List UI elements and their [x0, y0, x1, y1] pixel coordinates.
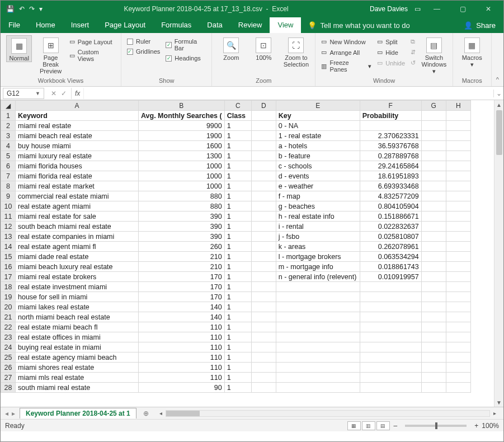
row-header-6[interactable]: 6 [1, 161, 16, 171]
switch-windows-button[interactable]: ▤Switch Windows ▾ [421, 35, 447, 74]
tab-file[interactable]: File [1, 17, 28, 33]
cell-B22[interactable]: 110 [139, 322, 225, 332]
cell-B13[interactable]: 390 [139, 232, 225, 242]
cell-H19[interactable] [446, 292, 470, 302]
cell-B11[interactable]: 390 [139, 211, 225, 222]
cell-H15[interactable] [446, 252, 470, 262]
cell-G17[interactable] [421, 272, 446, 282]
cell-H1[interactable] [446, 111, 470, 121]
cell-G14[interactable] [421, 242, 446, 252]
cell-F5[interactable]: 0.287889768 [360, 151, 421, 161]
cell-F2[interactable] [360, 121, 421, 131]
column-header-C[interactable]: C [224, 101, 251, 111]
cell-H23[interactable] [446, 332, 470, 342]
zoom-in-button[interactable]: + [471, 422, 482, 430]
cell-A25[interactable]: real estate agency miami beach [16, 352, 139, 363]
hscroll-thumb[interactable] [166, 411, 200, 416]
cell-E18[interactable] [276, 282, 360, 292]
cell-A2[interactable]: miami real estate [16, 121, 139, 131]
cell-F13[interactable]: 0.025810807 [360, 232, 421, 242]
cell-G25[interactable] [421, 352, 446, 363]
cell-E2[interactable]: 0 - NA [276, 121, 360, 131]
cell-G28[interactable] [421, 383, 446, 393]
tab-review[interactable]: Review [230, 17, 270, 33]
cell-E23[interactable] [276, 332, 360, 342]
row-header-20[interactable]: 20 [1, 302, 16, 312]
cell-G3[interactable] [421, 131, 446, 141]
cell-G21[interactable] [421, 312, 446, 322]
cell-H21[interactable] [446, 312, 470, 322]
cell-E17[interactable]: n - general info (relevent) [276, 272, 360, 282]
cell-D21[interactable] [251, 312, 276, 322]
column-header-B[interactable]: B [139, 101, 225, 111]
formula-bar-checkbox[interactable]: Formula Bar [166, 37, 206, 52]
cell-A26[interactable]: miami shores real estate [16, 363, 139, 373]
cell-D26[interactable] [251, 363, 276, 373]
worksheet-grid[interactable]: ◢ABCDEFGH1KeywordAvg. Monthly Searches (… [1, 100, 503, 407]
cell-F22[interactable] [360, 322, 421, 332]
cell-B1[interactable]: Avg. Monthly Searches ( [139, 111, 225, 121]
cell-A8[interactable]: miami real estate market [16, 181, 139, 191]
row-header-16[interactable]: 16 [1, 262, 16, 272]
gridlines-checkbox[interactable]: Gridlines [127, 48, 160, 55]
cancel-formula-icon[interactable]: ✕ [51, 90, 56, 97]
save-icon[interactable]: 💾 [6, 5, 15, 13]
column-header-F[interactable]: F [360, 101, 421, 111]
cell-D22[interactable] [251, 322, 276, 332]
vertical-scrollbar[interactable]: ▲ ▼ [494, 100, 503, 407]
cell-E8[interactable]: e - weather [276, 181, 360, 191]
cell-H24[interactable] [446, 342, 470, 352]
cell-C3[interactable]: 1 [224, 131, 251, 141]
row-header-28[interactable]: 28 [1, 383, 16, 393]
cell-D1[interactable] [251, 111, 276, 121]
row-header-24[interactable]: 24 [1, 342, 16, 352]
cell-B25[interactable]: 110 [139, 352, 225, 363]
zoom-level[interactable]: 100% [482, 422, 499, 430]
freeze-panes-button[interactable]: ▥Freeze Panes ▾ [321, 59, 371, 73]
cell-E10[interactable]: g - beaches [276, 201, 360, 211]
cell-D8[interactable] [251, 181, 276, 191]
cell-G23[interactable] [421, 332, 446, 342]
row-header-11[interactable]: 11 [1, 211, 16, 222]
cell-E28[interactable] [276, 383, 360, 393]
cell-G10[interactable] [421, 201, 446, 211]
sync-scroll-button[interactable]: ⇵ [411, 48, 416, 57]
row-header-3[interactable]: 3 [1, 131, 16, 141]
cell-B28[interactable]: 90 [139, 383, 225, 393]
cell-D27[interactable] [251, 373, 276, 383]
cell-H26[interactable] [446, 363, 470, 373]
row-header-26[interactable]: 26 [1, 363, 16, 373]
cell-B15[interactable]: 210 [139, 252, 225, 262]
hide-button[interactable]: ▭Hide [377, 48, 405, 57]
cell-G7[interactable] [421, 171, 446, 181]
cell-C23[interactable]: 1 [224, 332, 251, 342]
cell-D6[interactable] [251, 161, 276, 171]
cell-C13[interactable]: 1 [224, 232, 251, 242]
scroll-left-icon[interactable]: ◂ [157, 410, 166, 416]
page-layout-button[interactable]: ▭Page Layout [69, 37, 115, 46]
row-header-7[interactable]: 7 [1, 171, 16, 181]
cell-A12[interactable]: south beach miami real estate [16, 222, 139, 232]
zoom-to-selection-button[interactable]: ⛶Zoom to Selection [282, 35, 309, 68]
scrollbar-thumb[interactable] [496, 110, 502, 155]
zoom-100-button[interactable]: ⊡100% [250, 35, 277, 61]
arrange-all-button[interactable]: ▭Arrange All [321, 48, 371, 57]
cell-D13[interactable] [251, 232, 276, 242]
row-header-25[interactable]: 25 [1, 352, 16, 363]
cell-F12[interactable]: 0.022832637 [360, 222, 421, 232]
cell-E20[interactable] [276, 302, 360, 312]
cell-D16[interactable] [251, 262, 276, 272]
cell-A15[interactable]: miami dade real estate [16, 252, 139, 262]
cell-D2[interactable] [251, 121, 276, 131]
row-header-18[interactable]: 18 [1, 282, 16, 292]
cell-H17[interactable] [446, 272, 470, 282]
cell-E5[interactable]: b - feature [276, 151, 360, 161]
split-button[interactable]: ▭Split [377, 37, 405, 46]
cell-D4[interactable] [251, 141, 276, 151]
chevron-down-icon[interactable]: ▼ [35, 91, 40, 96]
cell-H3[interactable] [446, 131, 470, 141]
cell-H16[interactable] [446, 262, 470, 272]
cell-E19[interactable] [276, 292, 360, 302]
cell-G1[interactable] [421, 111, 446, 121]
cell-C17[interactable]: 1 [224, 272, 251, 282]
